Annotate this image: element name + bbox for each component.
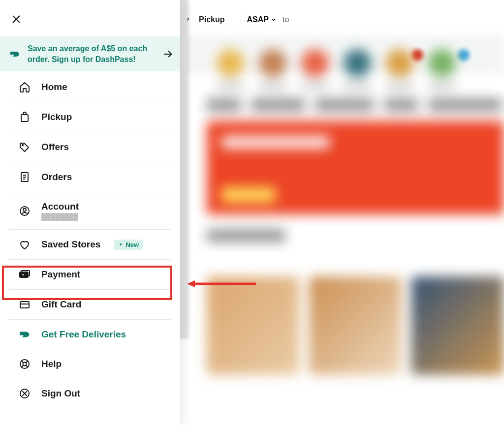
dashpass-icon: [19, 329, 31, 340]
blurred-content: [187, 34, 504, 425]
time-label: ASAP: [247, 15, 269, 24]
badge-label: New: [126, 241, 139, 248]
sidebar-item-gift-card[interactable]: Gift Card: [9, 290, 171, 320]
sidebar-item-payment[interactable]: Payment: [9, 260, 171, 290]
close-icon[interactable]: [11, 14, 22, 25]
sidebar-item-label: Offers: [41, 142, 69, 152]
dashpass-icon: [9, 48, 21, 60]
svg-point-13: [22, 273, 25, 276]
svg-line-19: [26, 361, 29, 363]
divider: [241, 13, 241, 27]
home-icon: [19, 81, 31, 93]
heart-icon: [19, 239, 31, 250]
sidebar-menu: Save an average of A$5 on each order. Si…: [0, 0, 180, 425]
svg-line-21: [26, 365, 29, 368]
svg-line-20: [21, 365, 24, 368]
sidebar-item-label: Pickup: [41, 112, 72, 122]
svg-point-4: [22, 145, 23, 146]
sidebar-item-home[interactable]: Home: [9, 72, 171, 102]
sidebar-item-label: Get Free Deliveries: [41, 329, 126, 340]
sidebar-item-label: Gift Card: [41, 299, 81, 310]
sidebar-item-label: Home: [41, 82, 67, 92]
promo-text: Save an average of A$5 on each order. Si…: [28, 43, 156, 64]
sidebar-item-account[interactable]: Account ████████: [9, 192, 171, 230]
menu-list: Home Pickup Offers Orders Accou: [0, 72, 180, 408]
svg-point-10: [23, 208, 26, 211]
svg-rect-3: [21, 115, 28, 121]
tag-icon: [19, 141, 31, 153]
sidebar-item-label: Help: [41, 359, 62, 369]
arrow-right-icon: [162, 49, 173, 60]
sidebar-item-label: Sign Out: [41, 388, 80, 399]
svg-point-17: [23, 363, 27, 366]
sidebar-item-help[interactable]: Help: [9, 349, 171, 379]
sidebar-item-pickup[interactable]: Pickup: [9, 102, 171, 132]
payment-icon: [19, 269, 31, 280]
user-icon: [19, 205, 31, 217]
to-label: to: [283, 15, 289, 24]
chevron-down-icon: [271, 17, 277, 23]
help-icon: [19, 358, 31, 370]
sidebar-item-label: Payment: [41, 269, 80, 280]
bag-icon: [19, 111, 31, 123]
sidebar-item-label: Account: [41, 201, 79, 212]
sidebar-item-offers[interactable]: Offers: [9, 132, 171, 162]
sidebar-item-label: Saved Stores: [41, 239, 100, 250]
scroll-track[interactable]: [180, 0, 188, 338]
receipt-icon: [19, 171, 31, 183]
svg-rect-14: [20, 302, 29, 308]
sidebar-item-free-deliveries[interactable]: Get Free Deliveries: [9, 320, 171, 349]
sidebar-item-orders[interactable]: Orders: [9, 162, 171, 192]
svg-line-18: [21, 361, 24, 363]
sidebar-item-sign-out[interactable]: Sign Out: [9, 379, 171, 408]
sidebar-item-saved-stores[interactable]: Saved Stores New: [9, 230, 171, 260]
time-selector[interactable]: ASAP: [247, 15, 277, 24]
sign-out-icon: [19, 388, 31, 399]
pickup-tab[interactable]: Pickup: [199, 15, 224, 24]
dashpass-promo[interactable]: Save an average of A$5 on each order. Si…: [0, 36, 180, 71]
account-subtext-redacted: ████████: [41, 213, 79, 220]
new-badge: New: [114, 240, 143, 250]
card-icon: [19, 299, 31, 310]
sparkle-icon: [118, 242, 124, 247]
sidebar-item-label: Orders: [41, 172, 72, 182]
